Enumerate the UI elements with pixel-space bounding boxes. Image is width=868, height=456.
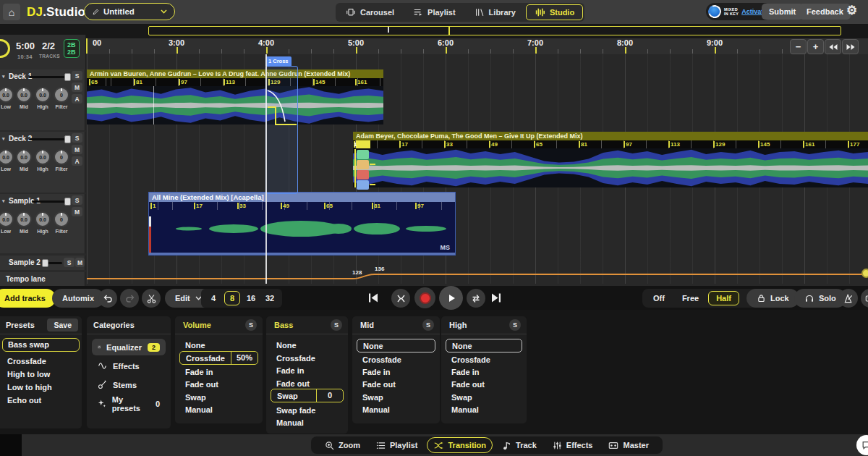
play-button[interactable] — [439, 286, 463, 310]
transition-region[interactable] — [265, 66, 298, 194]
mode-zoom[interactable]: Zoom — [318, 437, 367, 453]
tempo-end-value[interactable]: 136 — [375, 266, 384, 272]
master-knob[interactable] — [0, 39, 10, 58]
deck1-mid-knob[interactable]: 0.0 — [16, 87, 32, 103]
sample2-solo-button[interactable]: S — [64, 258, 75, 267]
stem-block-vocals[interactable] — [357, 150, 369, 159]
deck2-auto-button[interactable]: A — [72, 156, 82, 166]
tab-library[interactable]: Library — [466, 4, 524, 20]
deck1-filter-knob[interactable]: 0 — [54, 87, 69, 103]
slider-thumb[interactable] — [64, 73, 71, 81]
high-solo-button[interactable]: S — [509, 319, 521, 331]
category-effects[interactable]: Effects — [92, 358, 166, 374]
selected-option-value[interactable]: 50% — [231, 352, 258, 364]
zoom-out-button[interactable]: − — [790, 39, 807, 54]
bars-16-button[interactable]: 16 — [243, 291, 259, 305]
redo-button[interactable] — [120, 289, 139, 308]
mid-option-manual[interactable]: Manual — [362, 405, 390, 414]
preset-item[interactable]: Low to high — [7, 383, 52, 392]
volume-solo-button[interactable]: S — [245, 319, 257, 331]
mix-overview-strip[interactable] — [0, 24, 868, 38]
deck2-high-knob[interactable]: 0.0 — [35, 149, 51, 165]
high-option-fade-out[interactable]: Fade out — [451, 380, 485, 389]
deck1-low-knob[interactable]: 0.0 — [0, 87, 14, 103]
bass-option-swap-selected[interactable]: Swap 0 — [271, 389, 344, 402]
overview-playhead[interactable] — [388, 27, 389, 33]
clip-gain-handle[interactable] — [149, 216, 151, 227]
bass-option-swap-fade[interactable]: Swap fade — [276, 406, 315, 415]
automix-button[interactable]: Automix — [52, 289, 104, 308]
mode-master[interactable]: Master — [602, 437, 655, 453]
mid-solo-button[interactable]: S — [422, 319, 434, 331]
mode-effects[interactable]: Effects — [546, 437, 600, 453]
stem-block-melody[interactable] — [357, 160, 369, 169]
loop-button[interactable] — [467, 289, 485, 308]
bass-option-fade-in[interactable]: Fade in — [276, 366, 305, 375]
high-option-manual[interactable]: Manual — [451, 405, 479, 414]
bass-option-fade-out[interactable]: Fade out — [276, 379, 310, 388]
preset-item-selected[interactable]: Bass swap — [2, 338, 80, 352]
collapse-chevron-icon[interactable]: ▾ — [2, 136, 5, 142]
high-option-fade-in[interactable]: Fade in — [451, 368, 480, 376]
deck1-volume-slider[interactable] — [29, 76, 69, 78]
save-preset-button[interactable]: Save — [47, 318, 78, 332]
time-ruler[interactable]: 00 3:00 4:00 5:00 6:00 7:00 8:00 9:00 − … — [85, 36, 868, 54]
mid-option-fade-out[interactable]: Fade out — [362, 380, 396, 389]
high-option-none-selected[interactable]: None — [446, 339, 522, 352]
tempo-handle[interactable] — [861, 269, 868, 278]
sample2-volume-slider[interactable] — [43, 262, 62, 264]
slider-thumb[interactable] — [64, 135, 71, 143]
track-deck2-clip[interactable]: Adam Beyer, Chocolate Puma, The Good Men… — [353, 132, 868, 187]
deck1-high-knob[interactable]: 0.0 — [35, 87, 51, 103]
channel-mode-label[interactable]: MS — [441, 244, 451, 251]
tempo-start-value[interactable]: 128 — [352, 269, 362, 276]
category-my-presets[interactable]: My presets 0 — [92, 395, 166, 412]
deck2-mid-knob[interactable]: 0.0 — [16, 149, 32, 165]
tab-playlist[interactable]: Playlist — [404, 4, 464, 20]
sample1-mute-button[interactable]: M — [72, 207, 82, 216]
deck2-solo-button[interactable]: S — [72, 133, 82, 143]
volume-option-manual[interactable]: Manual — [185, 405, 213, 414]
track-sample1-clip[interactable]: All Mine (Extended Mix) [Acapella] 1 17 … — [148, 192, 456, 256]
track-deck1-clip[interactable]: Armin van Buuren, Anne Gudrun – Love Is … — [87, 69, 383, 124]
slider-thumb[interactable] — [64, 198, 71, 206]
add-tracks-button[interactable]: Add tracks — [0, 289, 56, 308]
track-title-bar[interactable]: Adam Beyer, Chocolate Puma, The Good Men… — [353, 132, 868, 140]
deck2-low-knob[interactable]: 0.0 — [0, 149, 14, 165]
lock-button[interactable]: Lock — [746, 289, 799, 308]
sample1-low-knob[interactable]: 0.0 — [0, 211, 14, 227]
mid-option-none-selected[interactable]: None — [357, 339, 435, 352]
collapse-chevron-icon[interactable]: ▾ — [2, 198, 5, 204]
feedback-button[interactable]: Feedback — [799, 4, 851, 20]
split-tool-button[interactable] — [142, 289, 161, 308]
overview-viewport-box[interactable] — [148, 26, 841, 35]
transition-marker-label[interactable]: 1 Cross — [265, 56, 292, 66]
mode-playlist[interactable]: Playlist — [370, 437, 425, 453]
mid-option-swap[interactable]: Swap — [362, 393, 383, 402]
tempo-automation-line[interactable] — [87, 268, 868, 286]
stem-block-bass[interactable] — [357, 170, 369, 180]
deck2-mute-button[interactable]: M — [72, 145, 82, 154]
slider-thumb[interactable] — [42, 259, 48, 267]
project-name-dropdown[interactable]: Untitled — [84, 3, 175, 20]
metronome-button[interactable] — [839, 289, 858, 308]
sample1-filter-knob[interactable]: 0 — [54, 211, 69, 227]
sample1-solo-button[interactable]: S — [72, 195, 82, 205]
snap-mode-button[interactable] — [391, 289, 410, 308]
tempo-mode-half[interactable]: Half — [708, 291, 739, 305]
high-option-crossfade[interactable]: Crossfade — [451, 355, 490, 364]
deck2-volume-slider[interactable] — [29, 138, 69, 140]
sample1-mid-knob[interactable]: 0.0 — [16, 211, 32, 227]
volume-option-crossfade-selected[interactable]: Crossfade 50% — [179, 351, 258, 365]
mid-option-crossfade[interactable]: Crossfade — [362, 355, 401, 364]
mid-option-fade-in[interactable]: Fade in — [362, 368, 391, 376]
mode-track[interactable]: Track — [495, 437, 543, 453]
volume-option-fade-out[interactable]: Fade out — [185, 380, 218, 389]
track-title-bar[interactable]: Armin van Buuren, Anne Gudrun – Love Is … — [87, 69, 383, 78]
submit-button[interactable]: Submit — [762, 4, 803, 20]
deck1-auto-button[interactable]: A — [72, 94, 82, 104]
sample1-volume-slider[interactable] — [32, 200, 69, 203]
stem-handle[interactable] — [370, 164, 375, 165]
waveform[interactable] — [353, 148, 868, 187]
timeline-area[interactable]: Armin van Buuren, Anne Gudrun – Love Is … — [0, 54, 868, 286]
